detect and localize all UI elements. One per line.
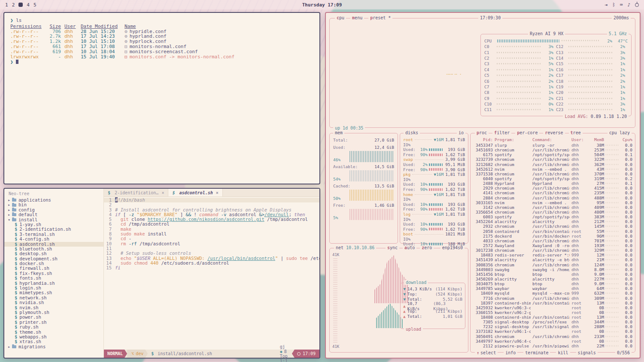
- proc-tab-filter[interactable]: filter: [492, 130, 511, 135]
- process-row[interactable]: 3360155kworker/u96:2-gfroot0B0.0: [473, 310, 632, 315]
- process-row[interactable]: 2175dockerd/usr/bin/dockerd -root96M0.0: [473, 234, 632, 238]
- io-mode-toggle[interactable]: io: [457, 130, 465, 135]
- editor-buffer[interactable]: 1#!/bin/bash23# Install asdcontrol for c…: [104, 197, 319, 350]
- process-row[interactable]: 2884chromium/usr/lib/chromium/dhh488M0.0: [473, 196, 632, 200]
- process-row[interactable]: 6003spotify/opt/spotify/spotidhh383M0.0: [473, 214, 632, 219]
- tab-asdcontrol.sh[interactable]: $asdcontrol.sh×: [168, 189, 222, 196]
- close-icon[interactable]: ×: [161, 190, 164, 195]
- process-row[interactable]: 3017238chromium/usr/lib/chromium/dhh329M…: [473, 248, 632, 253]
- clock: Thursday 17:09: [0, 2, 644, 8]
- power-icon[interactable]: [635, 3, 639, 7]
- close-icon[interactable]: ×: [216, 190, 219, 195]
- logout-icon[interactable]: ⇥: [605, 2, 608, 8]
- process-row[interactable]: 2932chromium/usr/lib/chromium/dhh145M0.0: [473, 224, 632, 229]
- tree-file-ruby.sh[interactable]: $ruby.sh: [4, 325, 103, 329]
- process-column-header[interactable]: Pid:: [473, 137, 493, 142]
- process-row[interactable]: 3371538chromium/usr/lib/chromium/dhh370M…: [473, 172, 632, 176]
- tree-file-desktop.sh[interactable]: $desktop.sh: [4, 251, 103, 256]
- git-branch[interactable]: ⌥dev: [127, 350, 148, 358]
- disk-entry-pkg: pkg▼16M1,81 TiBIO%Used:10%193 GiBFree:90…: [403, 172, 465, 192]
- process-row[interactable]: 7232signal-desktop/usr/lib/signal-dedhh2…: [473, 324, 632, 329]
- process-row[interactable]: 2929chromium/usr/lib/chromium/dhh415M0.0: [473, 186, 632, 190]
- process-row[interactable]: 3033165nvimnvim --embed .dhh95M0.0: [473, 200, 632, 205]
- net-toggle-auto[interactable]: auto: [403, 245, 416, 250]
- terminal-window[interactable]: ❯ ls PermissionsSizeUserDate ModifiedNam…: [3, 12, 320, 184]
- tree-file-4-config.sh[interactable]: $4-config.sh: [4, 237, 103, 241]
- process-row[interactable]: 3034075btopbtopdhh9.0M0.0: [473, 281, 632, 286]
- process-row[interactable]: 3356654chromium/usr/lib/chromium/dhh400M…: [473, 210, 632, 214]
- process-column-header[interactable]: User:: [571, 137, 586, 142]
- process-row[interactable]: 3008356chromium/usr/lib/chromium/dhh124M…: [473, 262, 632, 267]
- disk-name-row: log▼16M1,81 TiB: [403, 212, 465, 217]
- footer-button-kill[interactable]: kill: [556, 350, 570, 355]
- tab-2-identification…[interactable]: $2-identification…×: [104, 189, 168, 196]
- bluetooth-icon[interactable]: ᛒ: [612, 2, 615, 8]
- process-cpu-graph: [606, 164, 619, 165]
- footer-button-select[interactable]: ↑select: [475, 350, 498, 355]
- process-row[interactable]: 3449785waybarwaybardhh64M0.0: [473, 286, 632, 291]
- process-row[interactable]: 3451456btopbtopdhh9.0M0.0: [473, 272, 632, 277]
- process-row[interactable]: 3142chromium/usr/lib/chromium/dhh409M0.0: [473, 205, 632, 210]
- process-row[interactable]: 3425932kworker/u96:3-coroot0B0.0: [473, 305, 632, 310]
- process-column-header[interactable]: Cpu%: [620, 137, 632, 142]
- process-column-header[interactable]: Program:: [495, 137, 531, 142]
- proc-tab-tree[interactable]: tree: [569, 130, 583, 135]
- net-toggle-sync[interactable]: sync: [386, 245, 399, 250]
- process-row[interactable]: 3449797kworker/u96:4-coroot0B0.0: [473, 339, 632, 344]
- process-row[interactable]: 3449803swaybgswaybg -i /home/dhdhh8.0M0.…: [473, 267, 632, 272]
- update-interval[interactable]: 2000ms: [612, 15, 631, 20]
- process-column-header[interactable]: Command:: [532, 137, 570, 142]
- editor-window[interactable]: Neo-tree ▸applications▸bin▸config▸defaul…: [3, 188, 320, 359]
- process-row[interactable]: 2112pipewire-pulse/usr/bin/pipewire-dhh2…: [473, 344, 632, 348]
- process-row[interactable]: 3451439alacrittyalacritty -e btopdhh21M0…: [473, 257, 632, 262]
- process-row[interactable]: 7716chromium/usr/lib/chromium/dhh309M0.0: [473, 296, 632, 301]
- sort-selector[interactable]: cpu lazy: [608, 130, 632, 135]
- volume-icon[interactable]: ♪: [627, 2, 630, 8]
- btop-tab-menu[interactable]: menu: [350, 15, 364, 20]
- tree-folder-migrations[interactable]: ▸migrations: [4, 344, 103, 349]
- footer-button-info[interactable]: info: [504, 350, 517, 355]
- btop-tab-preset[interactable]: preset *: [368, 15, 392, 20]
- network-interface[interactable]: enp194s0: [440, 245, 465, 250]
- process-row[interactable]: 2572XwaylandXwayland :0 -rootldhh193M0.0: [473, 243, 632, 248]
- process-row[interactable]: 3373182kworker/u96:1-coroot0B0.0: [473, 329, 632, 334]
- process-column-header[interactable]: MemB: [588, 137, 604, 142]
- process-row[interactable]: 18469mysqldmysqld --max-conne999632M0.0: [473, 291, 632, 296]
- process-row[interactable]: 18483redis-serverredis-server *:63799912…: [473, 253, 632, 257]
- net-toggle-zero[interactable]: zero: [420, 245, 434, 250]
- proc-tab-proc[interactable]: proc: [475, 130, 489, 135]
- btop-window[interactable]: cpumenupreset * 17:09:30 2000ms ⢀⣀⣀⢀⡀⢀ u…: [325, 12, 641, 359]
- btop-tab-cpu[interactable]: cpu: [335, 15, 346, 20]
- tree-file-fonts.sh[interactable]: $fonts.sh: [4, 276, 103, 281]
- process-row[interactable]: 3232739chromium/usr/lib/chromium/dhh322M…: [473, 157, 632, 162]
- footer-button-terminate[interactable]: terminate: [523, 350, 550, 355]
- process-row[interactable]: 18397containerd-shim/usr/bin/containerro…: [473, 301, 632, 305]
- process-row[interactable]: 3212682chromium/usr/lib/chromium/dhh362M…: [473, 162, 632, 167]
- process-row[interactable]: 3452612nvimnvim --embed .dhh43M0.0: [473, 167, 632, 172]
- process-mem: 55M: [588, 229, 604, 234]
- process-cpu: 0.0: [620, 277, 632, 281]
- proc-tab-percore[interactable]: per-core: [515, 130, 539, 135]
- process-row[interactable]: 3050491chromium/usr/lib/chromium/dhh233M…: [473, 334, 632, 339]
- process-row[interactable]: 2058containerd/usr/bin/containerroot55M0…: [473, 229, 632, 234]
- proc-tab-reverse[interactable]: reverse: [543, 130, 565, 135]
- process-program: signal-desktop: [495, 320, 531, 324]
- keyboard-icon[interactable]: ⌨: [620, 2, 623, 8]
- process-row[interactable]: 3453347slurpslurp -ordhh38M0.0: [473, 143, 632, 148]
- prompt-line[interactable]: ❯: [10, 60, 313, 65]
- footer-button-signals[interactable]: signals: [576, 350, 598, 355]
- process-row[interactable]: 4141chromium/usr/lib/chromium/dhh235M0.0: [473, 190, 632, 195]
- process-row[interactable]: 3451693chromium/usr/lib/chromium/dhh253M…: [473, 148, 632, 152]
- process-row[interactable]: 18408containerd-shim/usr/bin/containerro…: [473, 315, 632, 320]
- tree-file-nvidia.sh[interactable]: $nvidia.sh: [4, 300, 103, 305]
- code-segment: |: [278, 256, 286, 261]
- tree-folder-default[interactable]: ▸default: [4, 212, 103, 217]
- process-row[interactable]: 3452264alacrittyalacrittydhh212M0.0: [473, 219, 632, 224]
- tree-file-xtras.sh[interactable]: $xtras.sh: [4, 339, 103, 344]
- process-row[interactable]: 4033chromium/usr/lib/chromium/dhh701M0.0: [473, 238, 632, 243]
- process-row[interactable]: 6040spotify/opt/spotify/spotidhh319M0.2: [473, 176, 632, 181]
- process-row[interactable]: 2488HyprlandHyprlanddhh27M0.1: [473, 181, 632, 186]
- process-row[interactable]: 3450269alacrittyalacrittydhh227M0.0: [473, 277, 632, 281]
- process-row[interactable]: 7305signal-desktop/proc/self/exe --tdhh3…: [473, 320, 632, 324]
- process-row[interactable]: 6175spotify/opt/spotify/spotidhh504M0.1: [473, 152, 632, 157]
